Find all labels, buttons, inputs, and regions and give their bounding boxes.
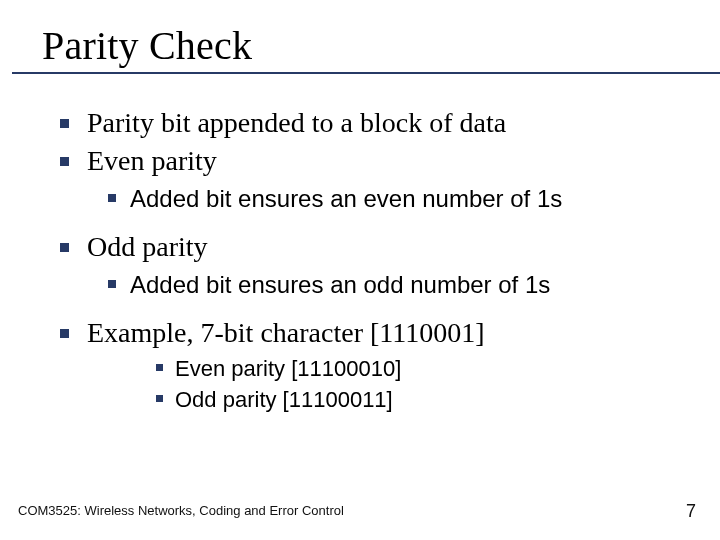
bullet-level1: Example, 7-bit character [1110001] [60,316,680,350]
bullet-level2: Added bit ensures an even number of 1s [108,184,680,214]
square-bullet-icon [108,194,116,202]
slide-footer: COM3525: Wireless Networks, Coding and E… [18,503,344,518]
bullet-level3: Even parity [11100010] [156,355,680,383]
title-region: Parity Check [42,22,680,69]
bullet-text: Added bit ensures an even number of 1s [130,184,562,214]
square-bullet-icon [60,119,69,128]
square-bullet-icon [156,364,163,371]
bullet-text: Added bit ensures an odd number of 1s [130,270,550,300]
bullet-level2: Added bit ensures an odd number of 1s [108,270,680,300]
title-underline [12,72,720,74]
bullet-text: Odd parity [11100011] [175,386,393,414]
spacer [60,306,680,312]
bullet-text: Parity bit appended to a block of data [87,106,506,140]
square-bullet-icon [156,395,163,402]
page-number: 7 [686,501,696,522]
square-bullet-icon [60,329,69,338]
bullet-text: Even parity [11100010] [175,355,401,383]
bullet-level1: Odd parity [60,230,680,264]
slide-body: Parity bit appended to a block of data E… [60,102,680,418]
bullet-text: Odd parity [87,230,208,264]
square-bullet-icon [60,157,69,166]
slide: Parity Check Parity bit appended to a bl… [0,0,720,540]
square-bullet-icon [60,243,69,252]
spacer [60,220,680,226]
slide-title: Parity Check [42,22,680,69]
square-bullet-icon [108,280,116,288]
bullet-text: Even parity [87,144,217,178]
bullet-level1: Even parity [60,144,680,178]
bullet-level1: Parity bit appended to a block of data [60,106,680,140]
bullet-text: Example, 7-bit character [1110001] [87,316,485,350]
bullet-level3: Odd parity [11100011] [156,386,680,414]
